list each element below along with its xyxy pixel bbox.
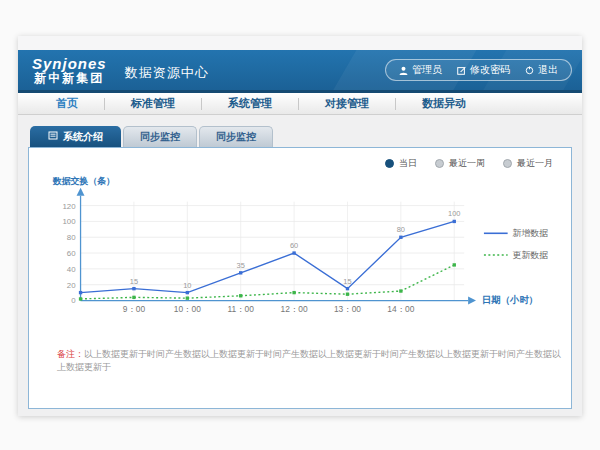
window-top-strip [18, 36, 582, 50]
nav-item-home[interactable]: 首页 [30, 96, 104, 111]
company-logo: Synjones 新中新集团 [32, 56, 107, 84]
tab-label: 系统介绍 [63, 130, 103, 144]
svg-text:日期（小时）: 日期（小时） [482, 294, 538, 306]
svg-text:100: 100 [62, 217, 76, 226]
radio-label: 最近一月 [517, 157, 553, 170]
svg-text:15: 15 [343, 277, 351, 286]
app-header: Synjones 新中新集团 数据资源中心 管理员 修改密码 退出 [18, 50, 582, 93]
svg-text:60: 60 [290, 241, 298, 250]
radio-last-month[interactable]: 最近一月 [503, 157, 553, 170]
svg-text:80: 80 [397, 225, 405, 234]
svg-text:100: 100 [448, 209, 460, 218]
chart-panel: 当日 最近一周 最近一月 0204060801001209：0010：0011：… [28, 147, 572, 409]
tab-system-intro[interactable]: 系统介绍 [30, 126, 121, 147]
logo-english: Synjones [32, 56, 107, 72]
radio-today[interactable]: 当日 [385, 157, 417, 170]
footnote: 备注：以上数据更新于时间产生数据以上数据更新于时间产生数据以上数据更新于时间产生… [57, 348, 565, 374]
svg-text:120: 120 [62, 202, 76, 211]
svg-text:13：00: 13：00 [334, 304, 361, 314]
exchange-chart: 0204060801001209：0010：0011：0012：0013：001… [41, 172, 565, 320]
tab-label: 同步监控 [216, 130, 256, 144]
time-range-filter: 当日 最近一周 最近一月 [35, 154, 565, 170]
svg-text:10: 10 [183, 281, 191, 290]
radio-last-week[interactable]: 最近一周 [435, 157, 485, 170]
radio-label: 当日 [399, 157, 417, 170]
svg-text:15: 15 [130, 277, 138, 286]
svg-text:20: 20 [67, 281, 76, 290]
svg-text:数据交换（条）: 数据交换（条） [52, 176, 115, 186]
nav-item-system-mgmt[interactable]: 系统管理 [202, 96, 298, 111]
svg-text:12：00: 12：00 [281, 304, 308, 314]
svg-text:60: 60 [67, 249, 76, 258]
radio-dot-icon [503, 159, 512, 168]
header-decoration [322, 50, 482, 93]
document-icon [48, 131, 58, 143]
nav-item-interface-mgmt[interactable]: 对接管理 [299, 96, 395, 111]
page-title: 数据资源中心 [125, 64, 209, 82]
footnote-text: 以上数据更新于时间产生数据以上数据更新于时间产生数据以上数据更新于时间产生数据以… [57, 349, 561, 372]
svg-text:新增数据: 新增数据 [513, 228, 549, 238]
tab-sync-monitor-1[interactable]: 同步监控 [123, 126, 197, 147]
content-area: 系统介绍 同步监控 同步监控 当日 最近一周 [18, 115, 582, 409]
radio-dot-icon [435, 159, 444, 168]
svg-text:0: 0 [71, 296, 76, 305]
svg-text:40: 40 [67, 265, 76, 274]
tab-sync-monitor-2[interactable]: 同步监控 [199, 126, 273, 147]
svg-text:80: 80 [67, 233, 76, 242]
chart-wrapper: 0204060801001209：0010：0011：0012：0013：001… [41, 172, 565, 324]
nav-item-data-change[interactable]: 数据异动 [396, 96, 492, 111]
tab-label: 同步监控 [140, 130, 180, 144]
svg-text:14：00: 14：00 [387, 304, 414, 314]
footnote-prefix: 备注： [57, 349, 84, 359]
svg-text:9：00: 9：00 [123, 304, 146, 314]
nav-item-standard-mgmt[interactable]: 标准管理 [105, 96, 201, 111]
main-nav: 首页 标准管理 系统管理 对接管理 数据异动 [18, 93, 582, 115]
svg-text:10：00: 10：00 [174, 304, 201, 314]
tab-bar: 系统介绍 同步监控 同步监控 [28, 126, 572, 147]
app-window: Synjones 新中新集团 数据资源中心 管理员 修改密码 退出 [18, 36, 582, 416]
svg-text:35: 35 [237, 261, 245, 270]
svg-text:11：00: 11：00 [227, 304, 254, 314]
radio-dot-icon [385, 159, 394, 168]
logo-chinese: 新中新集团 [32, 72, 107, 85]
radio-label: 最近一周 [449, 157, 485, 170]
svg-text:更新数据: 更新数据 [513, 250, 549, 260]
